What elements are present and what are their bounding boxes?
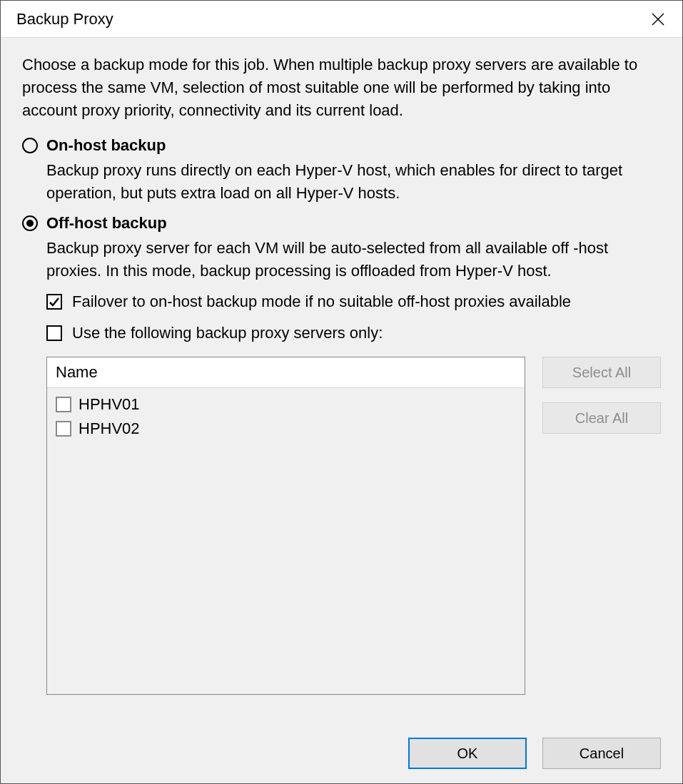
failover-checkbox[interactable]: Failover to on-host backup mode if no su…	[46, 292, 661, 311]
use-only-checkbox[interactable]: Use the following backup proxy servers o…	[46, 324, 661, 342]
offhost-label: Off-host backup	[46, 214, 167, 233]
clear-all-button[interactable]: Clear All	[542, 402, 661, 434]
proxy-list-header: Name	[47, 357, 525, 388]
backup-mode-group: On-host backup Backup proxy runs directl…	[22, 136, 661, 293]
onhost-label: On-host backup	[46, 136, 166, 155]
proxy-row[interactable]: HPHV02	[53, 417, 519, 441]
titlebar: Backup Proxy	[1, 1, 682, 38]
proxy-name: HPHV01	[79, 395, 140, 414]
radio-icon	[22, 215, 38, 231]
proxy-name: HPHV02	[79, 419, 140, 438]
use-only-label: Use the following backup proxy servers o…	[72, 324, 383, 342]
offhost-backup-option[interactable]: Off-host backup Backup proxy server for …	[22, 214, 661, 282]
cancel-button[interactable]: Cancel	[542, 738, 661, 769]
checkbox-icon	[46, 325, 62, 341]
window-title: Backup Proxy	[16, 10, 642, 29]
dialog-content: Choose a backup mode for this job. When …	[1, 38, 682, 783]
ok-button[interactable]: OK	[408, 738, 527, 769]
side-buttons: Select All Clear All	[542, 357, 661, 725]
checkbox-icon	[46, 294, 62, 310]
onhost-backup-option[interactable]: On-host backup Backup proxy runs directl…	[22, 136, 661, 205]
checkbox-icon	[56, 421, 71, 437]
radio-icon	[22, 138, 38, 153]
backup-proxy-dialog: Backup Proxy Choose a backup mode for th…	[0, 0, 683, 784]
proxy-row[interactable]: HPHV01	[53, 392, 519, 417]
select-all-button[interactable]: Select All	[542, 357, 661, 388]
proxy-rows: HPHV01 HPHV02	[47, 388, 525, 694]
dialog-footer: OK Cancel	[22, 738, 661, 769]
proxy-panel: Name HPHV01 HPHV02	[46, 357, 661, 725]
checkbox-icon	[56, 397, 71, 412]
offhost-description: Backup proxy server for each VM will be …	[46, 237, 661, 282]
failover-label: Failover to on-host backup mode if no su…	[72, 292, 571, 311]
intro-text: Choose a backup mode for this job. When …	[22, 54, 661, 122]
proxy-server-list[interactable]: Name HPHV01 HPHV02	[46, 357, 525, 695]
close-icon[interactable]	[642, 4, 674, 35]
onhost-description: Backup proxy runs directly on each Hyper…	[46, 159, 661, 205]
